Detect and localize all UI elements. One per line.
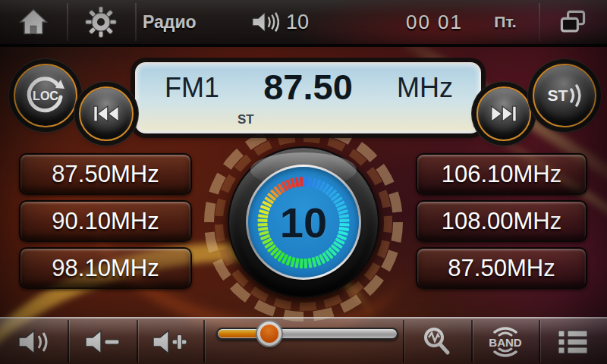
svg-text:BAND: BAND (489, 336, 521, 349)
frequency-value: 87.50 (236, 66, 380, 108)
divider (203, 320, 205, 362)
volume-down-icon (83, 328, 122, 356)
windows-button[interactable] (539, 0, 607, 44)
next-track-icon (488, 100, 520, 127)
speaker-icon (250, 10, 279, 34)
band-icon: BAND (483, 325, 527, 359)
top-bar: Радио 10 00 01 Пт. (0, 0, 607, 47)
home-icon (17, 5, 50, 39)
next-button[interactable] (476, 86, 531, 141)
frequency-unit: MHz (397, 72, 453, 104)
band-button[interactable]: BAND (471, 318, 539, 364)
weekday: Пт. (483, 0, 528, 44)
loc-button[interactable]: LOC (14, 64, 77, 127)
volume-down-button[interactable] (68, 318, 137, 364)
home-button[interactable] (0, 0, 67, 44)
layers-icon (556, 7, 590, 37)
volume-up-icon (150, 328, 190, 356)
preset-button-1[interactable]: 87.50MHz (19, 153, 192, 195)
radio-screen: Радио 10 00 01 Пт. FM1 87.50 MHz ST (0, 0, 607, 364)
knob-silver-ring: 10 (246, 165, 361, 280)
speaker-waves-icon (16, 328, 52, 356)
knob-level-disc: 10 (248, 167, 359, 278)
previous-track-icon (90, 100, 122, 127)
volume-level: 10 (286, 11, 309, 34)
settings-button[interactable] (67, 0, 135, 44)
mute-button[interactable] (0, 318, 68, 364)
loc-icon: LOC (24, 74, 68, 118)
previous-button[interactable] (79, 86, 134, 141)
preset-button-4[interactable]: 106.10MHz (416, 153, 587, 195)
divider (135, 3, 137, 41)
band-label: FM1 (165, 72, 219, 104)
dial-value: 10 (248, 167, 359, 278)
clock: 00 01 (398, 0, 470, 44)
preset-button-5[interactable]: 108.00MHz (416, 200, 587, 242)
scan-magnifier-icon (420, 325, 454, 359)
svg-text:LOC: LOC (33, 89, 58, 102)
stereo-indicator: ST (237, 112, 254, 127)
svg-text:ST: ST (548, 86, 568, 104)
volume-slider[interactable] (216, 328, 398, 340)
preset-button-3[interactable]: 98.10MHz (19, 247, 192, 289)
list-icon (556, 328, 590, 356)
tuning-knob[interactable]: 10 (228, 146, 379, 298)
stereo-icon: ST (544, 80, 585, 111)
stereo-button[interactable]: ST (533, 64, 596, 127)
preset-button-6[interactable]: 87.50MHz (416, 247, 587, 289)
page-title: Радио (143, 0, 197, 44)
volume-up-button[interactable] (137, 318, 203, 364)
bottom-bar: BAND (0, 317, 607, 364)
gear-icon (84, 5, 118, 39)
menu-button[interactable] (539, 318, 607, 364)
scan-button[interactable] (403, 318, 471, 364)
preset-button-2[interactable]: 90.10MHz (19, 200, 192, 242)
lcd-display: FM1 87.50 MHz ST (135, 62, 481, 133)
volume-indicator[interactable]: 10 (250, 0, 309, 44)
